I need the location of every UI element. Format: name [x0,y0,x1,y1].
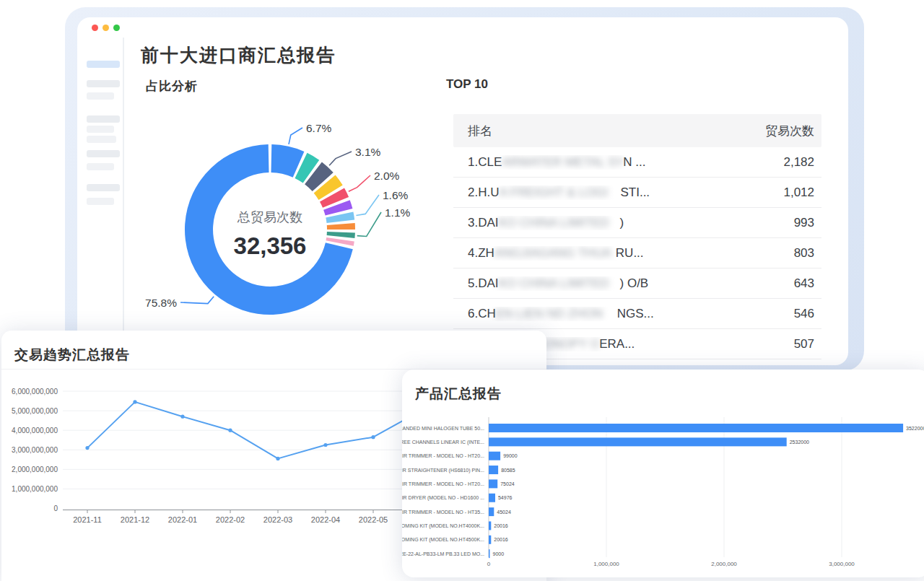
donut-percent-label: 3.1% [355,146,381,158]
donut-leader-line [329,152,352,165]
x-axis-tick-label: 3,000,000 [829,561,855,567]
table-header: 排名 贸易次数 [453,114,821,147]
donut-leader-line [356,195,379,216]
importer-name: 6.CHEN LIEN ND ZHONNGS... [468,307,654,321]
y-axis-tick-label: 1,000,000,000 [12,485,58,493]
trade-count-value: 2,182 [783,155,814,170]
table-row[interactable]: 1.CLEARWATER METAL SYN ...2,182 [453,147,821,178]
bar[interactable] [489,507,494,516]
bar[interactable] [489,521,491,530]
importer-name: 3.DAIKO CHINA LIMITED) [468,216,624,230]
trade-count-value: 1,012 [783,185,814,200]
product-report-window: 产品汇总报告 01,000,0002,000,0003,000,000UNBRA… [402,370,924,577]
minimize-window-icon[interactable] [103,25,109,31]
trade-count-value: 507 [794,337,814,351]
data-point[interactable] [133,400,136,403]
skeleton-bar [87,184,120,191]
donut-chart: 6.7%3.1%2.0%1.6%1.1%75.8%总贸易次数32,356 [130,108,433,346]
y-axis-tick-label: 0 [53,504,58,512]
data-point[interactable] [180,415,184,419]
x-axis-tick-label: 2,000,000 [711,561,737,567]
donut-percent-label: 75.8% [145,297,177,309]
table-row[interactable]: 4.ZHANGJIAGANG THUA RU...803 [453,238,821,268]
bar-category-label: THREE CHANNELS LINEAR IC (INTE... [402,440,484,445]
trade-count-value: 803 [794,246,814,261]
table-row[interactable]: 6.CHEN LIEN ND ZHONNGS...546 [453,299,821,329]
top10-table: 排名 贸易次数 1.CLEARWATER METAL SYN ...2,1822… [453,114,821,359]
zoom-window-icon[interactable] [113,25,120,31]
table-row[interactable]: 5.DAIKO CHINA LIMITED) O/B643 [453,268,821,299]
x-axis-tick-label: 2022-01 [168,515,197,524]
x-axis-tick-label: 2021-12 [121,515,149,524]
blurred-name-segment: ANGJIAGANG THUA [494,246,616,261]
skeleton-bar [87,198,114,205]
table-body: 1.CLEARWATER METAL SYN ...2,1822.H.UA FR… [453,147,821,359]
bar[interactable] [489,424,903,432]
donut-segment[interactable] [327,232,355,238]
bar[interactable] [489,466,498,474]
bar-value-label: 9000 [493,551,505,556]
bar[interactable] [489,437,787,446]
bar-value-label: 75024 [500,481,515,486]
x-axis-tick-label: 2022-05 [359,515,388,524]
bar-value-label: 54976 [498,495,513,500]
bar-category-label: HAIR TRIMMER - MODEL NO - HT20... [402,453,484,458]
bar-value-label: 20016 [494,523,508,528]
bar-value-label: 45024 [497,510,511,515]
data-point[interactable] [228,429,232,432]
skeleton-bar [87,61,120,68]
skeleton-bar [87,126,114,133]
importer-name: 1.CLEARWATER METAL SYN ... [468,155,645,170]
trade-count-value: 546 [794,307,814,321]
x-axis-tick-label: 1,000,000 [593,561,619,567]
bar[interactable] [489,452,500,460]
table-row[interactable]: 3.DAIKO CHINA LIMITED)993 [453,208,821,238]
donut-leader-line [289,128,302,144]
blurred-name-segment: KO CHINA LIMITED [499,276,620,291]
bar-value-label: 3522000 [906,426,924,431]
trend-report-title: 交易趋势汇总报告 [14,346,130,364]
page-title: 前十大进口商汇总报告 [141,43,336,67]
bar-value-label: 2532000 [790,440,809,445]
importer-name: 5.DAIKO CHINA LIMITED) O/B [468,276,648,291]
bar-category-label: HAIR DRYER (MODEL NO - HD1600 ... [402,495,484,501]
skeleton-bar [87,115,120,123]
table-row[interactable]: 2.H.UA FREIGHT & LOGISTI...1,012 [453,178,821,208]
bar-category-label: GROOMING KIT (MODEL NO.HT4500K... [402,537,484,543]
bar[interactable] [489,479,497,488]
blurred-name-segment: EN LIEN ND ZHON [496,307,617,321]
bar-category-label: HAIR STRAIGHTENER (HS6810) PIN... [402,468,484,473]
bar-value-label: 20016 [494,537,508,542]
y-axis-tick-label: 4,000,000,000 [12,427,58,434]
column-header-count: 贸易次数 [765,123,814,139]
share-section-title: 占比分析 [146,78,198,95]
trade-count-value: 993 [794,216,814,230]
x-axis-tick-label: 2022-02 [216,515,245,524]
bar-value-label: 99000 [503,453,518,458]
bar-category-label: UNBRANDED MINI HALOGEN TUBE 50... [402,426,484,431]
blurred-name-segment: KO CHINA LIMITED [499,216,620,230]
x-axis-tick-label: 0 [487,561,491,567]
donut-leader-line [357,212,381,237]
skeleton-bar [87,136,116,143]
bar[interactable] [489,536,491,544]
column-header-rank: 排名 [468,123,492,139]
y-axis-tick-label: 5,000,000,000 [12,407,58,415]
skeleton-bar [87,92,114,100]
data-point[interactable] [276,457,279,460]
blurred-name-segment: ARWATER METAL SY [502,155,623,170]
data-point[interactable] [323,443,327,447]
data-point[interactable] [85,446,89,450]
data-point[interactable] [371,435,375,439]
donut-center-label: 总贸易次数 [237,210,302,224]
bar-category-label: HAIR TRIMMER - MODEL NO - HT20... [402,481,484,486]
donut-percent-label: 1.6% [383,189,409,201]
close-window-icon[interactable] [92,25,98,31]
y-axis-tick-label: 3,000,000,000 [12,446,58,454]
bar[interactable] [489,494,495,502]
x-axis-tick-label: 2021-11 [73,515,102,524]
bar[interactable] [489,549,490,558]
window-controls [92,25,120,31]
product-report-title: 产品汇总报告 [415,385,502,403]
donut-segment[interactable] [327,223,355,230]
